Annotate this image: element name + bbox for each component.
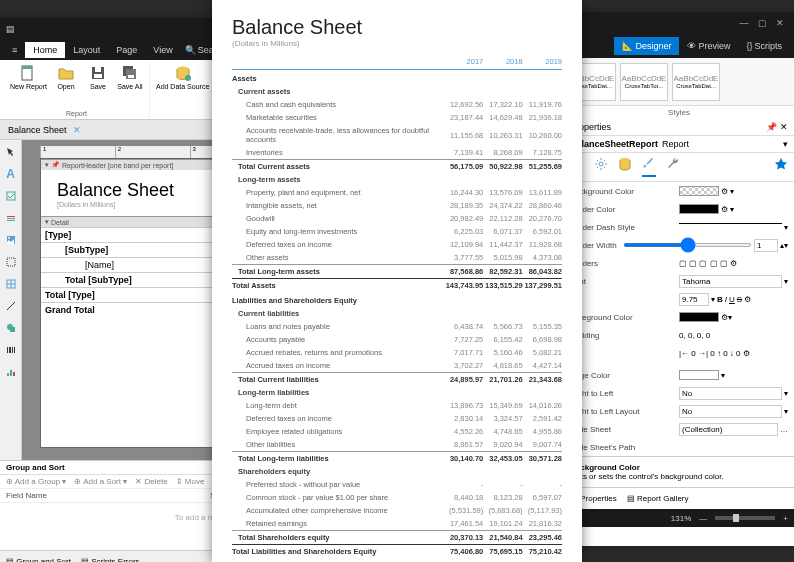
- open-button[interactable]: Open: [51, 62, 81, 92]
- picture-tool[interactable]: [3, 232, 19, 248]
- scripts-mode-tab[interactable]: {}Scripts: [738, 37, 790, 55]
- close-button[interactable]: ✕: [772, 17, 788, 29]
- prop-pagecolor-label: Page Color: [570, 371, 679, 380]
- font-input[interactable]: [679, 275, 782, 288]
- properties-window: — ▢ ✕ 📐Designer 👁Preview {}Scripts AaBbC…: [564, 12, 794, 546]
- chart-tool[interactable]: [3, 364, 19, 380]
- close-tab-icon[interactable]: ✕: [73, 125, 81, 135]
- panel-tool[interactable]: [3, 254, 19, 270]
- underline-button[interactable]: U: [729, 295, 735, 304]
- style-crosstab-data2[interactable]: AaBbCcDdECrossTabDat...: [672, 63, 720, 101]
- add-sort-button[interactable]: ⊕ Add a Sort ▾: [74, 477, 127, 486]
- ribbon-tab-view[interactable]: View: [145, 42, 180, 58]
- doc-title: Balance Sheet: [232, 16, 562, 39]
- pagecolor-swatch[interactable]: [679, 370, 719, 380]
- add-data-source-button[interactable]: Add Data Source: [154, 62, 211, 92]
- svg-rect-26: [14, 347, 15, 353]
- label-tool[interactable]: A: [3, 166, 19, 182]
- table-tool[interactable]: [3, 276, 19, 292]
- field-name-col: Field Name: [6, 491, 210, 500]
- tab-scripts-errors[interactable]: ▤ Scripts Errors: [81, 557, 140, 562]
- shape-tool[interactable]: [3, 320, 19, 336]
- borders-picker[interactable]: ▢ ▢ ▢ ▢ ▢ ⚙: [679, 259, 788, 268]
- svg-rect-27: [7, 373, 9, 376]
- eye-icon: 👁: [687, 41, 696, 51]
- italic-button[interactable]: I: [725, 295, 727, 304]
- statusbar-right: 131% — +: [564, 509, 794, 527]
- rtl-input[interactable]: [679, 387, 782, 400]
- ribbon-tab-page[interactable]: Page: [108, 42, 145, 58]
- collapse-icon: ▾: [45, 161, 49, 169]
- brush-icon[interactable]: [642, 157, 656, 177]
- prop-stylesheet-label: Style Sheet: [570, 425, 679, 434]
- stylesheet-input[interactable]: [679, 423, 778, 436]
- svg-point-15: [8, 237, 10, 239]
- richtext-tool[interactable]: [3, 210, 19, 226]
- zoom-slider[interactable]: [715, 516, 775, 520]
- properties-panel: Properties📌 ✕ BalanceSheetReportReport▾ …: [564, 119, 794, 487]
- bordercolor-swatch[interactable]: [679, 204, 719, 214]
- style-crosstab-total[interactable]: AaBbCcDdECrossTabTot...: [620, 63, 668, 101]
- favorites-icon[interactable]: [774, 157, 788, 177]
- borderwidth-slider[interactable]: [623, 243, 752, 247]
- ribbon-tab-layout[interactable]: Layout: [65, 42, 108, 58]
- gear-icon[interactable]: [594, 157, 608, 177]
- prop-bordercolor-label: Border Color: [570, 205, 679, 214]
- new-report-button[interactable]: New Report: [8, 62, 49, 92]
- pointer-tool[interactable]: [3, 144, 19, 160]
- svg-rect-11: [7, 216, 15, 217]
- database-icon[interactable]: [618, 157, 632, 177]
- svg-rect-29: [13, 372, 15, 376]
- file-menu[interactable]: ≡: [4, 42, 25, 58]
- prop-bgcolor-label: Background Color: [570, 187, 679, 196]
- prop-stylesheet-path-label: Style Sheet's Path: [570, 443, 679, 452]
- balance-sheet-document: Balance Sheet (Dollars in Millions) 2017…: [212, 0, 582, 562]
- ruler-icon: 📐: [622, 41, 633, 51]
- zoom-in-button[interactable]: +: [783, 514, 788, 523]
- svg-rect-1: [22, 66, 32, 69]
- prop-font-label: Font: [570, 277, 679, 286]
- styles-label: Styles: [564, 106, 794, 119]
- ribbon-tab-home[interactable]: Home: [25, 42, 65, 58]
- tab-report-gallery[interactable]: ▤ Report Gallery: [627, 494, 689, 503]
- padding-arrows[interactable]: |← 0 →| 0 ↑ 0 ↓ 0 ⚙: [679, 349, 788, 358]
- designer-mode-tab[interactable]: 📐Designer: [614, 37, 679, 55]
- fontsize-input[interactable]: [679, 293, 709, 306]
- fgcolor-swatch[interactable]: [679, 312, 719, 322]
- svg-line-20: [7, 302, 15, 310]
- mode-tabs: 📐Designer 👁Preview {}Scripts: [564, 34, 794, 58]
- bgcolor-swatch[interactable]: [679, 186, 719, 196]
- object-selector[interactable]: BalanceSheetReportReport▾: [564, 136, 794, 153]
- prop-borders-label: Borders: [570, 259, 679, 268]
- save-all-button[interactable]: Save All: [115, 62, 145, 92]
- save-button[interactable]: Save: [83, 62, 113, 92]
- bold-button[interactable]: B: [717, 295, 723, 304]
- toolbox: A: [0, 140, 22, 460]
- svg-rect-12: [7, 218, 15, 219]
- borderwidth-input[interactable]: [754, 239, 778, 252]
- doc-subtitle: (Dollars in Millions): [232, 39, 562, 48]
- add-group-button[interactable]: ⊕ Add a Group ▾: [6, 477, 66, 486]
- preview-mode-tab[interactable]: 👁Preview: [679, 37, 738, 55]
- property-description: Background Color Gets or sets the contro…: [564, 456, 794, 487]
- barcode-tool[interactable]: [3, 342, 19, 358]
- wrench2-icon[interactable]: [666, 157, 680, 177]
- move-button[interactable]: ⇕ Move: [176, 477, 205, 486]
- delete-button[interactable]: ✕ Delete: [135, 477, 167, 486]
- minimize-button[interactable]: —: [736, 17, 752, 29]
- zoom-out-button[interactable]: —: [699, 514, 707, 523]
- prop-rtl-label: Right to Left: [570, 389, 679, 398]
- line-tool[interactable]: [3, 298, 19, 314]
- strike-button[interactable]: S: [737, 295, 742, 304]
- styles-gallery: AaBbCcDdECrossTabDat... AaBbCcDdECrossTa…: [564, 58, 794, 106]
- checkbox-tool[interactable]: [3, 188, 19, 204]
- prop-padding-label: Padding: [570, 331, 679, 340]
- gear-icon[interactable]: ⚙: [721, 187, 728, 196]
- tab-group-sort[interactable]: ▤ Group and Sort: [6, 557, 71, 562]
- maximize-button[interactable]: ▢: [754, 17, 770, 29]
- rtl-layout-input[interactable]: [679, 405, 782, 418]
- svg-rect-4: [95, 67, 101, 72]
- padding-value[interactable]: 0, 0, 0, 0: [679, 331, 788, 340]
- pin-icon[interactable]: 📌 ✕: [766, 122, 788, 132]
- svg-rect-13: [7, 220, 15, 221]
